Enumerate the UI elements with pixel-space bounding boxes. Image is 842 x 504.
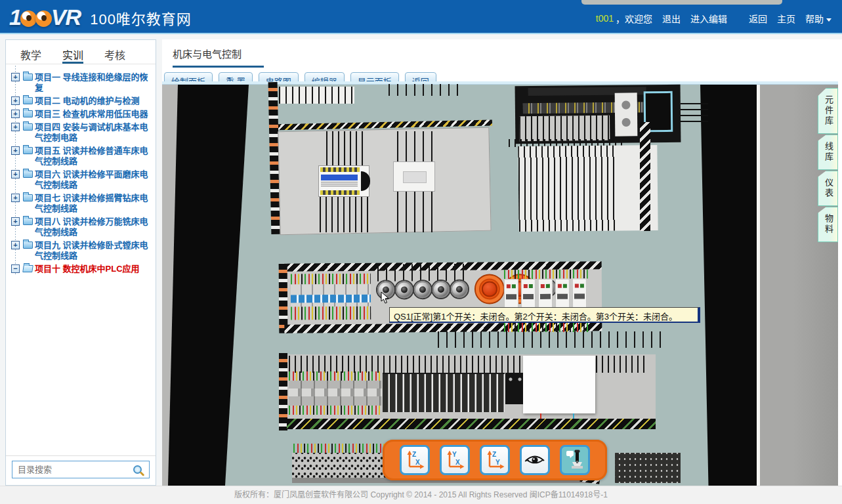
tab-component-library[interactable]: 元件库 <box>818 88 838 134</box>
collapse-icon[interactable]: − <box>11 264 20 273</box>
tab-instruments[interactable]: 仪表 <box>818 171 838 206</box>
tree-item-label: 项目九 识读并检修卧式镗床电气控制线路 <box>35 240 148 261</box>
view-joystick-button[interactable] <box>560 445 590 475</box>
black-module[interactable] <box>505 373 525 404</box>
expand-icon[interactable]: + <box>11 241 20 249</box>
header-bar: 1 VR 100唯尔教育网 t001 ，欢迎您 退出 进入编辑 返回 主页 帮助 <box>0 0 842 34</box>
sidebar-tabs: 教学 实训 考核 <box>6 40 156 64</box>
wire-bundle <box>326 131 367 167</box>
viewport-top-strip <box>162 81 838 85</box>
wire-duct-top <box>279 87 354 104</box>
colored-wires <box>289 406 382 415</box>
search-icon[interactable] <box>133 465 142 474</box>
panel-button[interactable] <box>396 281 413 298</box>
tree-item-project9[interactable]: + 项目九 识读并检修卧式镗床电气控制线路 <box>6 240 153 261</box>
3d-simulation-viewport[interactable]: QS1[正常]第1个开关：未闭合。第2个开关：未闭合。第3个开关：未闭合。 <box>162 81 838 486</box>
expand-icon[interactable]: + <box>11 146 20 155</box>
folder-icon <box>23 110 33 117</box>
axis-yx-icon: Y X <box>444 450 465 471</box>
back-link[interactable]: 返回 <box>749 12 767 25</box>
expand-icon[interactable]: + <box>11 170 20 178</box>
brand: 1 VR 100唯尔教育网 <box>9 5 192 30</box>
view-zy-button[interactable]: Z Y <box>480 445 510 475</box>
tab-training[interactable]: 实训 <box>62 47 83 64</box>
hazard-duct-horizontal <box>287 419 656 429</box>
plc-module[interactable] <box>515 85 681 144</box>
mounting-subpanel <box>278 127 491 236</box>
search-input[interactable] <box>18 465 133 474</box>
expand-icon[interactable]: + <box>11 73 20 81</box>
main-panel: 机床与电气控制 绘制面板 重 置 电路图 编辑器 显示面板 返回 <box>162 39 842 486</box>
copyright-footer: 版权所有：厦门凤凰创壹软件有限公司 Copyright © 2014 - 201… <box>0 486 842 504</box>
panel-button[interactable] <box>432 281 450 298</box>
tab-assessment[interactable]: 考核 <box>104 47 125 64</box>
wire-bundle <box>320 197 372 232</box>
panel-button[interactable] <box>414 281 431 298</box>
logo-eye-icon <box>35 10 52 27</box>
view-yx-button[interactable]: Y X <box>440 445 470 475</box>
tree-item-project10-selected[interactable]: − 项目十 数控机床中PLC应用 <box>6 264 153 274</box>
terminal-pins <box>320 190 360 195</box>
tree-item-project1[interactable]: + 项目一 导线连接和绝缘层的恢复 <box>6 72 153 93</box>
logo-eye-icon <box>20 10 37 27</box>
folder-icon <box>23 194 33 201</box>
logo-100vr[interactable]: 1 VR <box>9 5 81 30</box>
expand-icon[interactable]: + <box>11 217 20 226</box>
folder-icon <box>23 218 33 225</box>
tab-teaching[interactable]: 教学 <box>20 47 41 64</box>
tree-item-project6[interactable]: + 项目六 识读并检修平面磨床电气控制线路 <box>6 169 153 190</box>
svg-text:Z: Z <box>492 451 496 458</box>
view-eye-button[interactable] <box>520 445 550 475</box>
tree-item-project2[interactable]: + 项目二 电动机的维护与检测 <box>6 96 153 106</box>
svg-text:X: X <box>415 459 420 466</box>
folder-icon <box>23 123 33 131</box>
svg-text:Y: Y <box>495 459 500 466</box>
tab-materials[interactable]: 物料 <box>818 207 838 242</box>
tree-item-project4[interactable]: + 项目四 安装与调试机床基本电气控制电路 <box>6 122 153 143</box>
lower-equipment-band <box>279 348 681 430</box>
relay-component[interactable] <box>393 161 435 192</box>
help-link[interactable]: 帮助 <box>805 12 831 25</box>
tree-item-project7[interactable]: + 项目七 识读并检修摇臂钻床电气控制线路 <box>6 193 153 214</box>
breaker-group-qs1[interactable] <box>291 274 371 320</box>
expand-icon[interactable]: + <box>11 194 20 202</box>
cabinet-left-black-column <box>162 85 261 486</box>
folder-icon <box>23 97 33 104</box>
tree-item-project3[interactable]: + 项目三 检查机床常用低压电器 <box>6 109 153 119</box>
terminal-relay-row[interactable] <box>383 373 505 412</box>
terminal-pins <box>320 167 360 172</box>
tree-item-label: 项目三 检查机床常用低压电器 <box>35 109 148 119</box>
emergency-stop-button[interactable] <box>476 275 503 303</box>
view-zx-button[interactable]: Z X <box>400 445 430 475</box>
svg-text:Z: Z <box>412 451 416 458</box>
expand-icon[interactable]: + <box>11 96 20 105</box>
component-label-strip <box>321 175 358 180</box>
svg-text:Y: Y <box>452 451 457 458</box>
component-text-lines <box>321 182 358 187</box>
component-status-tooltip: QS1[正常]第1个开关：未闭合。第2个开关：未闭合。第3个开关：未闭合。 <box>389 307 700 323</box>
folder-icon <box>23 147 33 154</box>
tab-wire-library[interactable]: 线库 <box>818 135 838 170</box>
folder-open-icon <box>22 265 33 272</box>
tree-item-label: 项目四 安装与调试机床基本电气控制电路 <box>35 122 148 142</box>
content-tab-title[interactable]: 机床与电气控制 <box>173 47 264 68</box>
expand-icon[interactable]: + <box>11 110 20 118</box>
tree-item-project5[interactable]: + 项目五 识读并检修普通车床电气控制线路 <box>6 146 153 167</box>
tree-item-label: 项目十 数控机床中PLC应用 <box>35 264 140 274</box>
colored-wires <box>504 269 588 279</box>
panel-button[interactable] <box>451 281 468 298</box>
enter-edit-link[interactable]: 进入编辑 <box>690 12 727 25</box>
tree-item-project8[interactable]: + 项目八 识读并检修万能铣床电气控制线路 <box>6 217 153 238</box>
tree-item-label: 项目七 识读并检修摇臂钻床电气控制线路 <box>35 193 148 213</box>
svg-text:X: X <box>455 459 460 466</box>
terminal-block-component[interactable] <box>318 165 369 197</box>
expand-icon[interactable]: + <box>11 123 20 131</box>
logout-link[interactable]: 退出 <box>662 12 681 25</box>
chevron-down-icon <box>826 18 831 22</box>
relay-group-left[interactable] <box>289 371 382 415</box>
home-link[interactable]: 主页 <box>777 12 795 25</box>
tree-item-label: 项目五 识读并检修普通车床电气控制线路 <box>35 146 148 166</box>
catalog-search <box>12 461 150 478</box>
white-label-box[interactable] <box>523 356 595 413</box>
breaker-blue-toggles[interactable] <box>291 295 371 303</box>
